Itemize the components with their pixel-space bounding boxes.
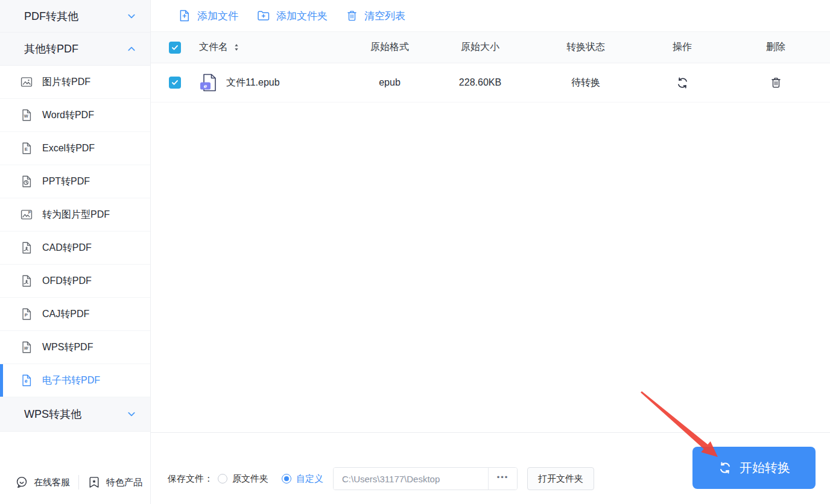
radio-circle-checked[interactable] xyxy=(282,474,291,484)
add-folder-button[interactable]: 添加文件夹 xyxy=(256,9,328,23)
start-convert-label: 开始转换 xyxy=(740,459,790,476)
sidebar-section-pdf-to-other[interactable]: PDF转其他 xyxy=(0,0,150,33)
refresh-icon xyxy=(676,76,689,90)
column-header-status: 转换状态 xyxy=(528,41,643,54)
file-size: 228.60KB xyxy=(432,77,528,88)
radio-original-folder[interactable]: 原文件夹 xyxy=(218,473,268,485)
svg-text:E: E xyxy=(25,146,28,152)
sidebar-item-label: 图片转PDF xyxy=(42,76,90,89)
wps-doc-icon: w xyxy=(20,341,33,354)
online-support-link[interactable]: 在线客服 xyxy=(15,476,70,489)
add-file-icon xyxy=(178,9,191,22)
bottom-bar: 保存文件： 原文件夹 自定义 ••• 打开文件夹 开始转换 xyxy=(151,432,830,504)
file-name: 文件11.epub xyxy=(226,77,280,89)
trash-icon xyxy=(346,9,358,22)
sidebar-item-wps-to-pdf[interactable]: w WPS转PDF xyxy=(0,331,150,364)
svg-text:e: e xyxy=(204,83,208,89)
svg-text:W: W xyxy=(24,113,28,119)
table-header-row: 文件名 原始格式 原始大小 转换状态 操作 删除 xyxy=(151,32,830,63)
column-header-filename: 文件名 xyxy=(199,41,228,54)
ofd-doc-icon xyxy=(20,274,33,288)
online-support-label: 在线客服 xyxy=(34,477,70,488)
sidebar-item-caj-to-pdf[interactable]: P CAJ转PDF xyxy=(0,298,150,331)
row-convert-button[interactable] xyxy=(674,75,691,91)
section-label: PDF转其他 xyxy=(24,9,78,24)
save-file-label: 保存文件： xyxy=(168,473,213,485)
browse-path-button[interactable]: ••• xyxy=(488,468,517,490)
section-label: 其他转PDF xyxy=(24,42,78,56)
sidebar-item-label: CAD转PDF xyxy=(42,242,92,254)
sidebar-item-label: WPS转PDF xyxy=(42,341,93,354)
file-format: epub xyxy=(347,77,432,88)
footer-divider xyxy=(78,475,79,490)
save-controls: 保存文件： 原文件夹 自定义 ••• 打开文件夹 xyxy=(168,467,594,490)
radio-custom-folder[interactable]: 自定义 xyxy=(282,473,323,485)
column-header-action: 操作 xyxy=(643,41,721,54)
chat-smiley-icon xyxy=(15,476,28,489)
image-pdf-icon: P xyxy=(20,208,33,221)
file-status: 待转换 xyxy=(528,77,643,89)
sidebar-item-label: CAJ转PDF xyxy=(42,308,89,321)
radio-circle[interactable] xyxy=(218,474,227,484)
check-icon xyxy=(171,78,179,87)
sidebar-item-to-image-pdf[interactable]: P 转为图片型PDF xyxy=(0,198,150,232)
sidebar-item-image-to-pdf[interactable]: 图片转PDF xyxy=(0,66,150,99)
sidebar-section-other-to-pdf[interactable]: 其他转PDF xyxy=(0,33,150,66)
excel-doc-icon: E xyxy=(20,142,33,155)
image-icon xyxy=(20,75,33,89)
chevron-down-icon xyxy=(127,410,136,418)
featured-products-link[interactable]: 特色产品 xyxy=(87,476,142,489)
sidebar-item-ppt-to-pdf[interactable]: PPT转PDF xyxy=(0,165,150,198)
word-doc-icon: W xyxy=(20,109,33,122)
sidebar-item-excel-to-pdf[interactable]: E Excel转PDF xyxy=(0,132,150,165)
sidebar-item-label: 电子书转PDF xyxy=(42,374,100,387)
svg-text:e: e xyxy=(25,378,28,384)
ppt-doc-icon xyxy=(20,175,33,188)
start-convert-button[interactable]: 开始转换 xyxy=(692,447,816,489)
open-folder-button[interactable]: 打开文件夹 xyxy=(527,467,594,490)
save-path-group: ••• xyxy=(333,467,518,490)
radio-original-label: 原文件夹 xyxy=(232,473,268,485)
sidebar-item-ebook-to-pdf[interactable]: e 电子书转PDF xyxy=(0,364,150,397)
column-header-format: 原始格式 xyxy=(347,41,432,54)
section-label: WPS转其他 xyxy=(24,407,81,421)
sidebar-item-label: Word转PDF xyxy=(42,109,94,122)
table-row: e 文件11.epub epub 228.60KB 待转换 xyxy=(151,63,830,102)
sidebar-item-ofd-to-pdf[interactable]: OFD转PDF xyxy=(0,265,150,298)
trash-icon xyxy=(770,76,782,89)
sidebar-section-wps-to-other[interactable]: WPS转其他 xyxy=(0,397,150,432)
sidebar: PDF转其他 其他转PDF 图片转PDF W Word转PDF E Excel转… xyxy=(0,0,151,504)
check-icon xyxy=(171,43,179,52)
add-folder-icon xyxy=(256,9,270,22)
svg-text:P: P xyxy=(28,210,31,215)
sidebar-item-label: PPT转PDF xyxy=(42,175,90,188)
sidebar-item-cad-to-pdf[interactable]: CAD转PDF xyxy=(0,232,150,265)
save-path-input[interactable] xyxy=(334,468,488,490)
sort-icon[interactable] xyxy=(233,43,239,52)
sidebar-item-label: OFD转PDF xyxy=(42,275,92,288)
caj-doc-icon: P xyxy=(20,307,33,321)
badge-star-icon xyxy=(87,476,101,489)
row-checkbox[interactable] xyxy=(169,77,181,89)
add-folder-label: 添加文件夹 xyxy=(276,9,328,23)
column-header-delete: 删除 xyxy=(721,41,830,54)
add-file-button[interactable]: 添加文件 xyxy=(178,9,238,23)
select-all-checkbox[interactable] xyxy=(169,42,181,54)
sidebar-item-label: Excel转PDF xyxy=(42,142,95,155)
featured-products-label: 特色产品 xyxy=(106,477,142,488)
sidebar-item-label: 转为图片型PDF xyxy=(42,209,110,221)
epub-file-icon: e xyxy=(199,73,217,92)
chevron-down-icon xyxy=(127,12,136,20)
ebook-doc-icon: e xyxy=(20,374,33,387)
row-delete-button[interactable] xyxy=(768,75,784,90)
add-file-label: 添加文件 xyxy=(197,9,238,23)
chevron-up-icon xyxy=(127,45,136,53)
clear-list-button[interactable]: 清空列表 xyxy=(346,9,405,23)
app-window: PDF转其他 其他转PDF 图片转PDF W Word转PDF E Excel转… xyxy=(0,0,830,504)
svg-text:P: P xyxy=(25,312,28,318)
refresh-icon xyxy=(718,461,732,475)
sidebar-item-word-to-pdf[interactable]: W Word转PDF xyxy=(0,99,150,132)
radio-custom-label: 自定义 xyxy=(296,473,323,485)
column-header-size: 原始大小 xyxy=(432,41,528,54)
svg-text:w: w xyxy=(24,345,28,351)
